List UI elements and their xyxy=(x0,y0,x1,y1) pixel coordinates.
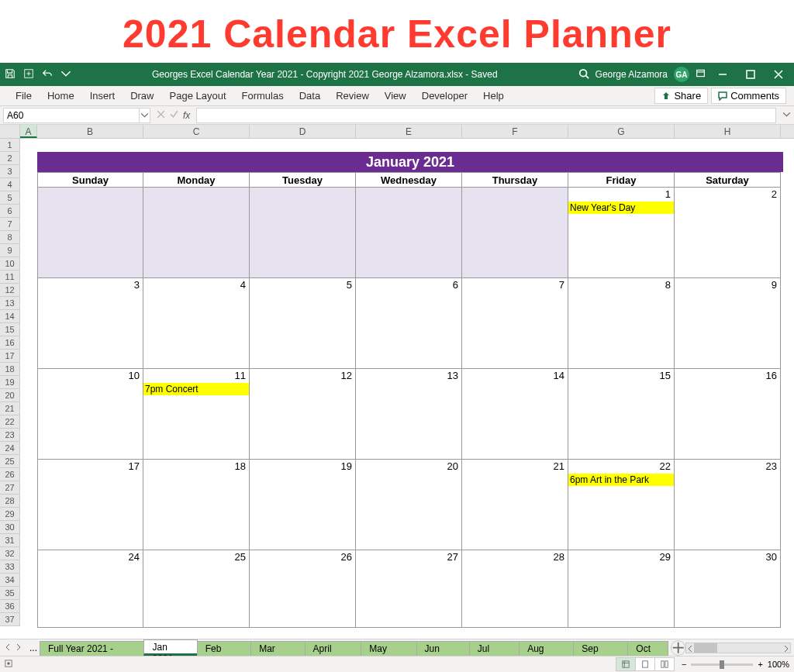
calendar-day-cell[interactable]: 6 xyxy=(356,278,462,369)
sheet-tab-full-year-2021-notes[interactable]: Full Year 2021 - Notes xyxy=(40,641,144,656)
row-header-34[interactable]: 34 xyxy=(0,574,19,587)
calendar-day-cell[interactable] xyxy=(356,188,462,278)
ribbon-tab-draw[interactable]: Draw xyxy=(123,90,161,102)
select-all-triangle[interactable] xyxy=(0,125,20,139)
row-header-9[interactable]: 9 xyxy=(0,244,19,257)
column-header-G[interactable]: G xyxy=(568,125,675,138)
row-header-15[interactable]: 15 xyxy=(0,323,19,336)
calendar-day-cell[interactable]: 25 xyxy=(143,550,250,628)
tab-prev-icon[interactable] xyxy=(5,643,11,653)
calendar-day-cell[interactable]: 19 xyxy=(250,460,356,550)
ribbon-tab-view[interactable]: View xyxy=(377,90,414,102)
autosave-icon[interactable] xyxy=(23,68,34,81)
ribbon-tab-file[interactable]: File xyxy=(8,90,40,102)
comments-button[interactable]: Comments xyxy=(711,88,786,104)
row-header-35[interactable]: 35 xyxy=(0,587,19,600)
column-header-C[interactable]: C xyxy=(143,125,250,138)
row-header-4[interactable]: 4 xyxy=(0,178,19,191)
ribbon-tab-help[interactable]: Help xyxy=(475,90,512,102)
calendar-day-cell[interactable]: 226pm Art in the Park xyxy=(568,460,675,550)
row-header-29[interactable]: 29 xyxy=(0,508,19,521)
sheet-tab-aug-2021[interactable]: Aug 2021 xyxy=(519,641,574,656)
sheet-tab-feb-2021[interactable]: Feb 2021 xyxy=(197,641,251,656)
calendar-event[interactable]: 7pm Concert xyxy=(143,383,249,395)
user-name[interactable]: George Alzamora xyxy=(596,69,668,80)
sheet-tab-jun-2021[interactable]: Jun 2021 xyxy=(416,641,470,656)
row-header-31[interactable]: 31 xyxy=(0,534,19,547)
row-header-17[interactable]: 17 xyxy=(0,350,19,363)
minimize-button[interactable] xyxy=(712,70,734,79)
calendar-day-cell[interactable]: 21 xyxy=(462,460,568,550)
tab-overflow-left[interactable]: ... xyxy=(26,641,40,656)
zoom-level[interactable]: 100% xyxy=(768,660,789,669)
row-header-36[interactable]: 36 xyxy=(0,600,19,613)
row-header-14[interactable]: 14 xyxy=(0,310,19,323)
row-header-23[interactable]: 23 xyxy=(0,429,19,442)
calendar-day-cell[interactable]: 15 xyxy=(568,369,675,460)
row-header-26[interactable]: 26 xyxy=(0,468,19,481)
calendar-day-cell[interactable] xyxy=(143,188,250,278)
zoom-out-button[interactable]: − xyxy=(682,660,686,669)
scroll-right-icon[interactable] xyxy=(784,644,789,655)
record-macro-icon[interactable] xyxy=(5,660,12,669)
row-header-30[interactable]: 30 xyxy=(0,521,19,534)
calendar-day-cell[interactable]: 4 xyxy=(143,278,250,369)
maximize-button[interactable] xyxy=(740,70,761,79)
zoom-slider[interactable] xyxy=(691,663,753,666)
redo-dropdown-icon[interactable] xyxy=(60,68,71,81)
calendar-day-cell[interactable]: 9 xyxy=(675,278,781,369)
user-avatar[interactable]: GA xyxy=(674,67,689,82)
row-header-27[interactable]: 27 xyxy=(0,481,19,495)
row-header-32[interactable]: 32 xyxy=(0,547,19,560)
row-header-13[interactable]: 13 xyxy=(0,297,19,310)
tab-next-icon[interactable] xyxy=(16,643,22,653)
calendar-day-cell[interactable]: 14 xyxy=(462,369,568,460)
calendar-day-cell[interactable] xyxy=(250,188,356,278)
calendar-day-cell[interactable] xyxy=(37,188,143,278)
save-icon[interactable] xyxy=(5,68,16,81)
row-header-10[interactable]: 10 xyxy=(0,257,19,271)
calendar-day-cell[interactable]: 23 xyxy=(675,460,781,550)
row-header-37[interactable]: 37 xyxy=(0,613,19,626)
spreadsheet-grid[interactable]: ABCDEFGH 1234567891011121314151617181920… xyxy=(0,125,794,629)
sheet-tab-april-2021[interactable]: April 2021 xyxy=(305,641,362,656)
formula-input[interactable] xyxy=(196,108,776,123)
row-header-1[interactable]: 1 xyxy=(0,139,19,152)
page-break-button[interactable] xyxy=(654,657,675,671)
calendar-event[interactable]: 6pm Art in the Park xyxy=(568,474,674,486)
calendar-day-cell[interactable]: 29 xyxy=(568,550,675,628)
sheet-tab-jul-2021[interactable]: Jul 2021 xyxy=(469,641,520,656)
scroll-left-icon[interactable] xyxy=(688,644,692,655)
normal-view-button[interactable] xyxy=(616,657,636,671)
calendar-day-cell[interactable] xyxy=(462,188,568,278)
column-header-H[interactable]: H xyxy=(675,125,781,138)
formula-expand-icon[interactable] xyxy=(779,110,794,121)
ribbon-tab-home[interactable]: Home xyxy=(40,90,82,102)
row-header-12[interactable]: 12 xyxy=(0,284,19,297)
column-header-F[interactable]: F xyxy=(462,125,568,138)
row-header-22[interactable]: 22 xyxy=(0,415,19,429)
row-header-19[interactable]: 19 xyxy=(0,376,19,389)
calendar-day-cell[interactable]: 26 xyxy=(250,550,356,628)
column-header-A[interactable]: A xyxy=(20,125,37,138)
row-header-3[interactable]: 3 xyxy=(0,165,19,178)
scroll-thumb[interactable] xyxy=(694,643,717,653)
sheet-tab-may-2021[interactable]: May 2021 xyxy=(361,641,416,656)
name-box[interactable] xyxy=(3,108,140,123)
calendar-day-cell[interactable]: 13 xyxy=(356,369,462,460)
sheet-tab-oct-[interactable]: Oct ... xyxy=(627,641,668,656)
row-header-21[interactable]: 21 xyxy=(0,402,19,415)
sheet-tab-sep-2021[interactable]: Sep 2021 xyxy=(573,641,628,656)
ribbon-tab-page-layout[interactable]: Page Layout xyxy=(162,90,234,102)
search-icon[interactable] xyxy=(578,68,589,81)
ribbon-tab-insert[interactable]: Insert xyxy=(82,90,123,102)
ribbon-options-icon[interactable] xyxy=(696,68,706,81)
row-header-11[interactable]: 11 xyxy=(0,271,19,284)
zoom-in-button[interactable]: + xyxy=(758,660,762,669)
calendar-day-cell[interactable]: 8 xyxy=(568,278,675,369)
row-header-2[interactable]: 2 xyxy=(0,152,19,165)
row-header-33[interactable]: 33 xyxy=(0,560,19,574)
enter-formula-icon[interactable] xyxy=(170,110,178,121)
horizontal-scrollbar[interactable] xyxy=(685,643,791,653)
column-header-B[interactable]: B xyxy=(37,125,143,138)
